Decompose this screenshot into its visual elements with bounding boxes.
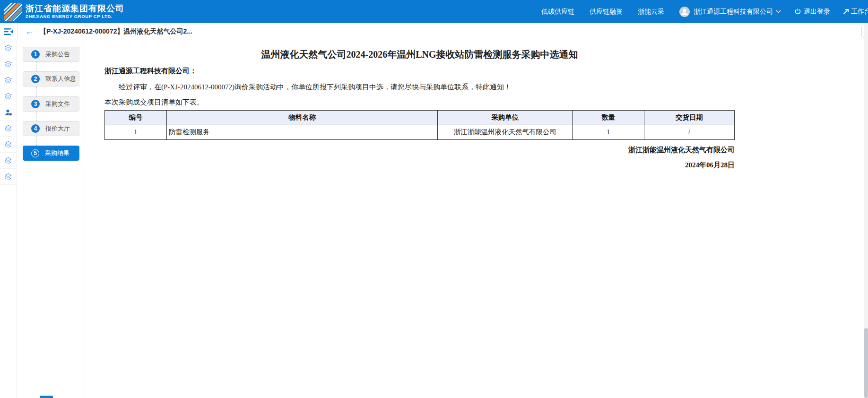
nav-low-carbon-supply-chain[interactable]: 低碳供应链 (541, 8, 574, 16)
step-procurement-documents[interactable]: 3 采购文件 (23, 96, 79, 112)
column-header-quantity: 数量 (573, 111, 644, 124)
layers-icon (4, 60, 12, 68)
rail-item-2[interactable] (0, 56, 17, 72)
cell-no: 1 (105, 124, 167, 140)
cell-purchaser: 浙江浙能温州液化天然气有限公司 (438, 124, 573, 140)
award-items-table: 编号 物料名称 采购单位 数量 交货日期 1 防雷检测服务 浙江浙能温州液化天然… (104, 110, 735, 140)
rail-item-3[interactable] (0, 72, 17, 88)
step-contact-info[interactable]: 2 联系人信息 (23, 71, 79, 87)
divider (17, 23, 17, 40)
cutoff-element (40, 396, 53, 398)
table-row: 1 防雷检测服务 浙江浙能温州液化天然气有限公司 1 / (105, 124, 735, 140)
main-content: 温州液化天然气公司2024-2026年温州LNG接收站防雷检测服务采购中选通知 … (85, 41, 864, 398)
notice-addressee: 浙江通源工程科技有限公司： (104, 67, 197, 76)
step-number-badge: 4 (31, 124, 40, 133)
collapse-menu-icon (4, 28, 13, 35)
step-connector (36, 136, 37, 146)
vertical-scrollbar[interactable] (864, 23, 868, 398)
logout-button[interactable]: 退出登录 (794, 8, 830, 16)
sidebar-collapse-button[interactable] (0, 28, 17, 35)
signature-company: 浙江浙能温州液化天然气有限公司 (628, 146, 735, 155)
breadcrumb-bar: ← 【P-XJ-20240612-000072】温州液化天然气公司2... (0, 23, 868, 40)
user-avatar-icon (679, 7, 690, 17)
user-account-menu[interactable]: 浙江通源工程科技有限公司 (679, 7, 781, 17)
breadcrumb-title: 【P-XJ-20240612-000072】温州液化天然气公司2... (40, 27, 192, 36)
column-header-material: 物料名称 (166, 111, 438, 124)
layers-icon (4, 156, 12, 164)
column-header-no: 编号 (105, 111, 167, 124)
award-notice-document: 温州液化天然气公司2024-2026年温州LNG接收站防雷检测服务采购中选通知 … (104, 41, 735, 398)
table-intro-text: 本次采购成交项目清单如下表。 (104, 98, 204, 107)
step-quotation-hall[interactable]: 4 报价大厅 (23, 121, 79, 136)
notice-title: 温州液化天然气公司2024-2026年温州LNG接收站防雷检测服务采购中选通知 (104, 48, 735, 61)
step-number-badge: 2 (31, 75, 40, 83)
top-header: 浙江省能源集团有限公司 ZHEJIANG ENERGY GROUP CP LTD… (0, 0, 868, 23)
nav-supply-chain-finance[interactable]: 供应链融资 (590, 8, 623, 16)
notice-body-paragraph: 经过评审，在(P-XJ-20240612-000072)询价采购活动中，你单位所… (104, 83, 735, 92)
step-number-badge: 1 (31, 50, 40, 59)
table-header-row: 编号 物料名称 采购单位 数量 交货日期 (105, 111, 735, 124)
user-company-name: 浙江通源工程科技有限公司 (694, 8, 773, 16)
signature-date: 2024年06月28日 (685, 161, 735, 170)
layers-icon (4, 140, 12, 148)
power-icon (794, 8, 801, 15)
scrollbar-thumb[interactable] (864, 328, 868, 398)
layers-icon (4, 124, 12, 132)
column-header-purchaser: 采购单位 (438, 111, 573, 124)
workbench-label: 工作台 (851, 8, 868, 16)
rail-item-4[interactable] (0, 88, 17, 104)
company-name-en: ZHEJIANG ENERGY GROUP CP LTD. (26, 13, 124, 19)
step-procurement-announcement[interactable]: 1 采购公告 (23, 47, 79, 62)
rail-item-5[interactable] (0, 104, 17, 121)
rail-item-6[interactable] (0, 121, 17, 137)
cell-delivery-date: / (644, 124, 735, 140)
rail-item-1[interactable] (0, 40, 17, 56)
chevron-down-icon (776, 10, 781, 13)
company-name-cn: 浙江省能源集团有限公司 (26, 4, 124, 13)
cell-quantity: 1 (573, 124, 644, 140)
company-logo: 浙江省能源集团有限公司 ZHEJIANG ENERGY GROUP CP LTD… (4, 3, 124, 21)
step-procurement-result[interactable]: 5 采购结果 (23, 146, 79, 161)
rail-item-9[interactable] (0, 169, 17, 185)
step-connector (36, 87, 37, 96)
jump-arrow-icon (842, 8, 850, 15)
step-number-badge: 5 (31, 149, 39, 157)
company-logo-icon (4, 3, 22, 21)
layers-icon (4, 173, 12, 181)
step-number-badge: 3 (31, 100, 40, 108)
process-steps-panel: 1 采购公告 2 联系人信息 3 采购文件 4 报价大厅 5 采购结果 (17, 40, 84, 398)
step-connector (36, 62, 37, 71)
step-connector (36, 112, 37, 121)
rail-item-7[interactable] (0, 137, 17, 153)
nav-zheneng-cloud-procurement[interactable]: 浙能云采 (638, 8, 664, 16)
top-nav: 低碳供应链 供应链融资 浙能云采 浙江通源工程科技有限公司 退出登录 (541, 7, 868, 17)
column-header-delivery-date: 交货日期 (644, 111, 735, 124)
layers-icon (4, 44, 12, 52)
workbench-link[interactable]: 工作台 (842, 8, 868, 16)
back-button[interactable]: ← (25, 27, 34, 36)
layers-icon (4, 92, 12, 100)
layers-icon (4, 76, 12, 84)
user-badge-icon (4, 108, 13, 117)
rail-item-8[interactable] (0, 153, 17, 169)
icon-rail (0, 40, 17, 398)
cell-material: 防雷检测服务 (166, 124, 438, 140)
logout-label: 退出登录 (804, 8, 830, 16)
